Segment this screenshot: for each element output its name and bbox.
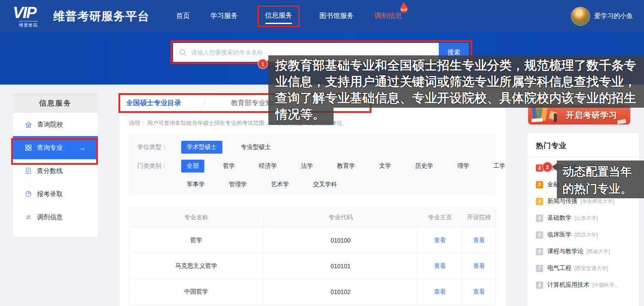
view-schools-link[interactable]: 查看 — [473, 288, 485, 296]
filter-category[interactable]: 经济学 — [253, 160, 283, 173]
hot-major-school: [武汉大学] — [574, 231, 598, 239]
info-service-sidebar: 信息服务 查询院校 查询专业 → 查分数线 报考录取 调剂信息 — [13, 94, 98, 237]
major-directory-panel: 全国硕士专业目录 教育部专业知识库 说明： 用户可查询各院校当年硕士招生专业的考… — [119, 94, 506, 306]
tab-divider — [201, 94, 207, 112]
nav-item-learning[interactable]: 学习服务 — [210, 9, 239, 23]
site-logo[interactable]: VIP 维普资讯 维普考研服务平台 — [13, 4, 149, 28]
filter-category-all[interactable]: 全部 — [181, 160, 204, 173]
filter-academic-master[interactable]: 学术型硕士 — [181, 141, 222, 154]
col-header-major-name: 专业名称 — [129, 208, 263, 227]
col-header-offering-schools: 开设院校 — [462, 208, 495, 227]
user-avatar[interactable] — [571, 7, 590, 26]
hot-major-school: [中国科学... — [592, 282, 619, 289]
pie-chart-icon — [25, 191, 32, 197]
hot-major-school: [华东师范大学] — [580, 198, 614, 205]
divider — [527, 157, 639, 157]
filter-category[interactable]: 哲学 — [217, 160, 240, 173]
user-account[interactable]: 爱学习的小鱼 — [571, 0, 637, 32]
majors-table: 专业名称 专业代码 专业主页 开设院校 哲学 010100 查看 查看 马克思主… — [129, 207, 496, 305]
hot-major-school: [西安交通大学] — [574, 265, 608, 272]
view-homepage-link[interactable]: 查看 — [434, 262, 446, 270]
logo-vip-text: VIP — [13, 4, 36, 21]
hot-majors-title: 热门专业 — [536, 141, 630, 151]
nav-item-library[interactable]: 图书馆服务 — [319, 9, 355, 23]
active-nav-underline — [265, 23, 292, 24]
hot-major-item[interactable]: 8 计算机应用技术 [中国科学... — [536, 280, 630, 290]
degree-type-filter: 学位类型： 学术型硕士 专业型硕士 — [137, 141, 276, 154]
rank-badge: 4 — [536, 215, 543, 222]
nav-item-transfer[interactable]: 调剂信息 HOT — [374, 9, 403, 23]
top-navigation-bar: VIP 维普资讯 维普考研服务平台 首页 学习服务 信息服务 图书馆服务 调剂信… — [0, 0, 644, 32]
table-row: 中国哲学 010102 查看 查看 — [129, 279, 495, 305]
rank-badge: 5 — [536, 231, 543, 239]
hot-major-item[interactable]: 6 课程与教学论 [西南大学] — [536, 247, 630, 256]
view-schools-link[interactable]: 查看 — [473, 236, 485, 244]
hot-major-item[interactable]: 5 临床医学 [武汉大学] — [536, 230, 630, 239]
filter-category[interactable]: 交叉学科 — [307, 178, 343, 191]
filter-professional-master[interactable]: 专业型硕士 — [235, 141, 276, 154]
arrow-right-icon: → — [78, 143, 86, 152]
nav-item-information[interactable]: 信息服务 — [258, 6, 300, 27]
hot-major-name: 计算机应用技术 — [547, 281, 589, 289]
view-homepage-link[interactable]: 查看 — [434, 288, 446, 296]
sidebar-item-transfer-info[interactable]: 调剂信息 — [13, 206, 98, 229]
category-filter-row-2: 军事学 管理学 艺术学 交叉学科 — [137, 178, 343, 191]
transfer-arrows-icon — [25, 214, 32, 221]
col-header-major-code: 专业代码 — [263, 208, 417, 227]
view-homepage-link[interactable]: 查看 — [434, 236, 446, 244]
sidebar-item-label: 查分数线 — [37, 167, 63, 175]
view-schools-link[interactable]: 查看 — [473, 262, 485, 270]
rank-badge: 7 — [536, 265, 543, 272]
annotation-badge-2: 2 — [542, 162, 553, 172]
col-header-major-homepage: 专业主页 — [417, 208, 462, 227]
sidebar-item-query-school[interactable]: 查询院校 — [13, 113, 98, 136]
major-name-cell: 中国哲学 — [129, 279, 263, 304]
sidebar-item-label: 查询专业 — [37, 144, 63, 152]
rank-badge: 2 — [536, 181, 543, 188]
nav-item-home[interactable]: 首页 — [175, 9, 191, 23]
table-row: 哲学 010100 查看 查看 — [129, 227, 495, 253]
filter-category[interactable]: 军事学 — [181, 178, 210, 191]
sidebar-item-query-major[interactable]: 查询专业 → — [13, 136, 98, 159]
filter-category[interactable]: 历史学 — [410, 160, 439, 173]
tab-national-master-catalog[interactable]: 全国硕士专业目录 — [126, 99, 181, 108]
filter-category[interactable]: 文学 — [374, 160, 397, 173]
table-header-row: 专业名称 专业代码 专业主页 开设院校 — [129, 208, 495, 227]
hot-major-item[interactable]: 7 电气工程 [西安交通大学] — [536, 264, 630, 273]
hot-flame-icon: HOT — [399, 2, 409, 13]
search-icon — [179, 48, 187, 56]
score-document-icon — [25, 167, 32, 174]
filter-category[interactable]: 管理学 — [223, 178, 252, 191]
degree-type-label: 学位类型： — [137, 143, 167, 151]
annotation-tooltip-1-text: 按教育部基础专业和全国硕士招生专业分类，规范梳理了数千条专业信息，支持用户通过关… — [275, 57, 640, 122]
filter-category[interactable]: 艺术学 — [265, 178, 295, 191]
user-name: 爱学习的小鱼 — [594, 12, 633, 20]
sidebar-item-label: 查询院校 — [37, 121, 63, 129]
sidebar-item-admission[interactable]: 报考录取 — [13, 182, 98, 206]
hot-major-school: [西南大学] — [586, 248, 610, 255]
sidebar-item-label: 报考录取 — [37, 190, 63, 198]
hot-major-name: 新闻与传播 — [547, 197, 577, 205]
svg-text:HOT: HOT — [401, 8, 408, 11]
vip-logo-icon: VIP 维普资讯 — [13, 4, 46, 28]
sidebar-item-label: 调剂信息 — [37, 213, 63, 221]
major-name-cell: 哲学 — [129, 227, 263, 253]
filter-category[interactable]: 法学 — [295, 160, 319, 173]
hot-major-school: [山东大学] — [574, 215, 598, 222]
major-code-cell: 010101 — [263, 253, 417, 279]
sidebar-item-score-line[interactable]: 查分数线 — [13, 159, 98, 182]
rank-badge: 8 — [536, 282, 543, 289]
hot-major-item[interactable]: 4 基础数学 [山东大学] — [536, 213, 630, 223]
table-row: 马克思主义哲学 010101 查看 查看 — [129, 253, 495, 279]
main-nav: 首页 学习服务 信息服务 图书馆服务 调剂信息 HOT — [175, 0, 403, 32]
filter-category[interactable]: 理学 — [452, 160, 475, 173]
filter-category[interactable]: 教育学 — [331, 160, 361, 173]
major-code-cell: 010102 — [263, 279, 417, 304]
filter-category[interactable]: 工学 — [488, 160, 511, 173]
major-code-cell: 010100 — [263, 227, 417, 253]
category-label: 门类类别： — [137, 162, 167, 170]
category-filter-row-1: 门类类别： 全部 哲学 经济学 法学 教育学 文学 历史学 理学 工学 农学 医… — [137, 160, 565, 173]
sidebar-title: 信息服务 — [13, 94, 98, 113]
nav-item-transfer-label: 调剂信息 — [374, 12, 402, 19]
hot-major-name: 电气工程 — [547, 264, 571, 272]
